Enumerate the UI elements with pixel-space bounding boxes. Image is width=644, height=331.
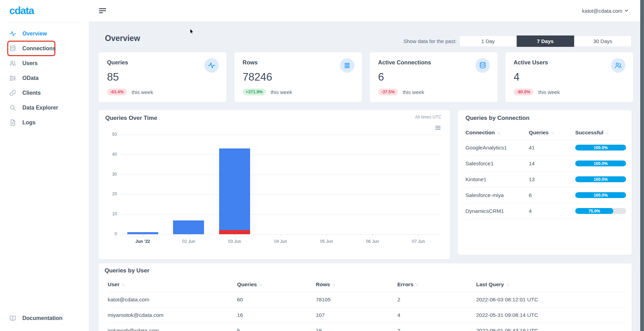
cdata-logo[interactable]: cdata — [9, 5, 34, 17]
chart-gridline — [120, 214, 441, 215]
cell-errors: 4 — [397, 312, 476, 318]
chart-xtick-label: 06 Jun — [350, 239, 396, 244]
sidebar-item-data-explorer[interactable]: Data Explorer — [0, 100, 89, 115]
cell-rows: 107 — [316, 312, 397, 318]
column-header-queries[interactable]: Queries↑↓ — [529, 130, 575, 136]
users-table-title: Queries by User — [105, 267, 149, 274]
stat-card-footer: -37.5%this week — [378, 89, 424, 95]
chart-title: Queries Over Time — [105, 115, 157, 122]
successful-pill-fill: 100.0% — [575, 161, 626, 166]
chart-timezone-note: All times UTC — [415, 115, 441, 120]
user-row: katot@cdata.com607810522022-06-03 08:12:… — [108, 292, 626, 308]
sort-arrows-icon: ↑↓ — [506, 282, 509, 287]
connection-row: Salesforce114100.0% — [465, 156, 626, 172]
stat-card-title: Active Users — [514, 59, 625, 66]
successful-pill-fill: 100.0% — [575, 192, 626, 198]
topbar: katot@cdata.com — [89, 0, 644, 21]
column-header-rows[interactable]: Rows↑↓ — [316, 281, 397, 288]
cell-errors: 2 — [397, 297, 476, 303]
connection-name: Salesforce1 — [465, 161, 529, 167]
connection-row: GoogleAnalytics141100.0% — [465, 140, 626, 156]
stat-card-active-connections: Active Connections6-37.5%this week — [370, 52, 497, 102]
stat-card-active-users: Active Users4-80.0%this week — [505, 52, 633, 102]
sidebar-item-connections[interactable]: Connections — [7, 41, 55, 56]
chart-xtick-label: 05 Jun — [303, 239, 350, 244]
connection-queries: 13 — [529, 176, 575, 183]
connections-table: Connection↑↓Queries↑↓Successful↑↓GoogleA… — [458, 125, 632, 219]
main-content: Overview Show data for the past: 1 Day7 … — [89, 21, 644, 331]
delta-badge: -63.4% — [107, 89, 127, 95]
column-header-label: Queries — [529, 130, 549, 135]
link-icon — [9, 90, 16, 96]
chart-menu-icon[interactable] — [434, 125, 441, 131]
column-header-successful[interactable]: Successful↑↓ — [575, 130, 626, 136]
sidebar-item-users[interactable]: Users — [0, 56, 89, 71]
book-icon — [9, 315, 16, 322]
delta-badge: -80.0% — [514, 89, 534, 95]
column-header-queries[interactable]: Queries↑↓ — [237, 281, 316, 288]
file-icon — [9, 119, 16, 126]
sidebar: cdata OverviewConnectionsUsersODataClien… — [0, 0, 89, 331]
connection-successful: 100.0% — [575, 145, 626, 151]
chart-bar-03-jun[interactable] — [219, 148, 250, 234]
chart-xtick-label: 03 Jun — [212, 239, 258, 244]
cell-last-query: 2022-05-31 09:08:14 UTC — [476, 312, 626, 318]
sidebar-item-documentation[interactable]: Documentation — [0, 311, 89, 325]
range-button-7-days[interactable]: 7 Days — [517, 35, 574, 47]
queries-over-time-card: Queries Over Time All times UTC 01020304… — [99, 110, 450, 259]
column-header-last-query[interactable]: Last Query↑↓ — [476, 281, 626, 288]
range-button-1-day[interactable]: 1 Day — [459, 35, 517, 47]
sidebar-item-odata[interactable]: OData — [0, 71, 89, 85]
successful-pill: 100.0% — [575, 192, 626, 198]
connections-table-header: Connection↑↓Queries↑↓Successful↑↓ — [465, 125, 626, 140]
activity-icon — [9, 30, 16, 37]
stat-period: this week — [538, 89, 560, 95]
column-header-connection[interactable]: Connection↑↓ — [465, 130, 529, 136]
chart-gridline — [120, 194, 441, 195]
page-title: Overview — [105, 34, 140, 43]
connection-successful: 100.0% — [575, 192, 626, 198]
sidebar-item-logs[interactable]: Logs — [0, 115, 89, 130]
column-header-label: Successful — [575, 130, 603, 135]
cell-user: miyamotok@cdata.com — [108, 312, 237, 318]
chart-gridline — [120, 155, 441, 155]
cell-errors: 2 — [397, 328, 476, 331]
successful-label: 75.0% — [588, 209, 600, 214]
stat-card-queries: Queries85-63.4%this week — [99, 52, 226, 102]
connection-queries: 14 — [529, 161, 575, 167]
connection-successful: 100.0% — [575, 161, 626, 166]
connection-queries: 41 — [529, 145, 575, 151]
column-header-user[interactable]: User↑↓ — [108, 281, 237, 288]
bar-segment-successful — [219, 148, 250, 230]
chart-xtick-label: 07 Jun — [395, 239, 441, 244]
sort-arrows-icon: ↑↓ — [332, 282, 335, 287]
users-icon — [611, 58, 625, 73]
successful-pill: 100.0% — [575, 145, 626, 151]
chart-bar-jun-22[interactable] — [127, 232, 158, 234]
chart-bar-02-jun[interactable] — [173, 220, 204, 234]
activity-icon — [204, 58, 219, 73]
cell-user: irokawah@cdata.com — [108, 328, 237, 331]
sidebar-item-label: Connections — [22, 45, 56, 52]
sidebar-nav: OverviewConnectionsUsersODataClientsData… — [0, 26, 89, 130]
chart-axis-tick — [418, 234, 419, 236]
chart-xtick-label: Jun '22 — [120, 239, 166, 244]
cell-queries: 16 — [237, 312, 316, 318]
stat-cards-row: Queries85-63.4%this weekRows78246+371.9%… — [99, 52, 633, 102]
stat-card-title: Active Connections — [378, 59, 489, 66]
hamburger-menu-icon[interactable] — [98, 7, 107, 15]
connection-successful: 100.0% — [575, 176, 626, 182]
user-menu[interactable]: katot@cdata.com — [582, 0, 629, 21]
column-header-errors[interactable]: Errors↑↓ — [397, 281, 476, 288]
vertical-scrollbar[interactable] — [640, 0, 644, 331]
stat-card-value: 6 — [378, 71, 489, 83]
user-email: katot@cdata.com — [582, 8, 622, 14]
sidebar-item-clients[interactable]: Clients — [0, 85, 89, 100]
connection-name: DynamicsCRM1 — [465, 208, 529, 214]
stat-card-title: Rows — [243, 59, 354, 66]
stat-card-title: Queries — [107, 59, 218, 66]
chart-ytick-label: 10 — [106, 211, 117, 216]
sidebar-item-overview[interactable]: Overview — [0, 26, 89, 41]
range-button-30-days[interactable]: 30 Days — [574, 35, 632, 47]
stat-card-footer: +371.9%this week — [243, 89, 292, 95]
